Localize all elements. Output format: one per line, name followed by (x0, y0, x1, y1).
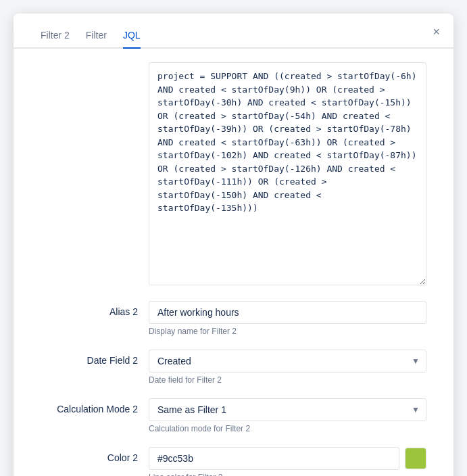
calc-mode2-label: Calculation Mode 2 (41, 398, 149, 414)
alias2-row: Alias 2 Display name for Filter 2 (41, 301, 426, 336)
color2-row: Color 2 Line color for Filter 2 (41, 447, 426, 476)
calc-mode2-helper: Calculation mode for Filter 2 (149, 424, 426, 433)
alias2-input[interactable] (149, 301, 426, 324)
tab-jql[interactable]: JQL (123, 24, 141, 49)
calc-mode2-select[interactable]: Same as Filter 1 Rolling Calendar (149, 398, 426, 421)
color2-input-row (149, 447, 426, 470)
calc-mode2-field: Same as Filter 1 Rolling Calendar ▼ Calc… (149, 398, 426, 433)
date-field2-label: Date Field 2 (41, 350, 149, 366)
tab-bar: Filter 2 Filter JQL (14, 14, 453, 49)
tab-filter2[interactable]: Filter 2 (41, 24, 70, 49)
date-field2-select-wrapper: Created Updated Resolved Due ▼ (149, 350, 426, 373)
jql-row: project = SUPPORT AND ((created > startO… (41, 62, 426, 287)
modal: × Filter 2 Filter JQL project = SUPPORT … (14, 14, 453, 476)
jql-spacer (41, 62, 149, 68)
calc-mode2-select-wrapper: Same as Filter 1 Rolling Calendar ▼ (149, 398, 426, 421)
calc-mode2-row: Calculation Mode 2 Same as Filter 1 Roll… (41, 398, 426, 433)
alias2-helper: Display name for Filter 2 (149, 327, 426, 336)
color2-input[interactable] (149, 447, 399, 470)
jql-field: project = SUPPORT AND ((created > startO… (149, 62, 426, 287)
date-field2-select[interactable]: Created Updated Resolved Due (149, 350, 426, 373)
color2-field: Line color for Filter 2 (149, 447, 426, 476)
color2-label: Color 2 (41, 447, 149, 463)
color2-swatch[interactable] (405, 448, 426, 469)
alias2-field: Display name for Filter 2 (149, 301, 426, 336)
color2-helper: Line color for Filter 2 (149, 473, 426, 476)
modal-content: project = SUPPORT AND ((created > startO… (14, 49, 453, 476)
date-field2-helper: Date field for Filter 2 (149, 375, 426, 385)
alias2-label: Alias 2 (41, 301, 149, 317)
date-field2-field: Created Updated Resolved Due ▼ Date fiel… (149, 350, 426, 385)
tab-filter[interactable]: Filter (86, 24, 107, 49)
date-field2-row: Date Field 2 Created Updated Resolved Du… (41, 350, 426, 385)
jql-textarea[interactable]: project = SUPPORT AND ((created > startO… (149, 62, 426, 285)
close-button[interactable]: × (430, 23, 443, 41)
